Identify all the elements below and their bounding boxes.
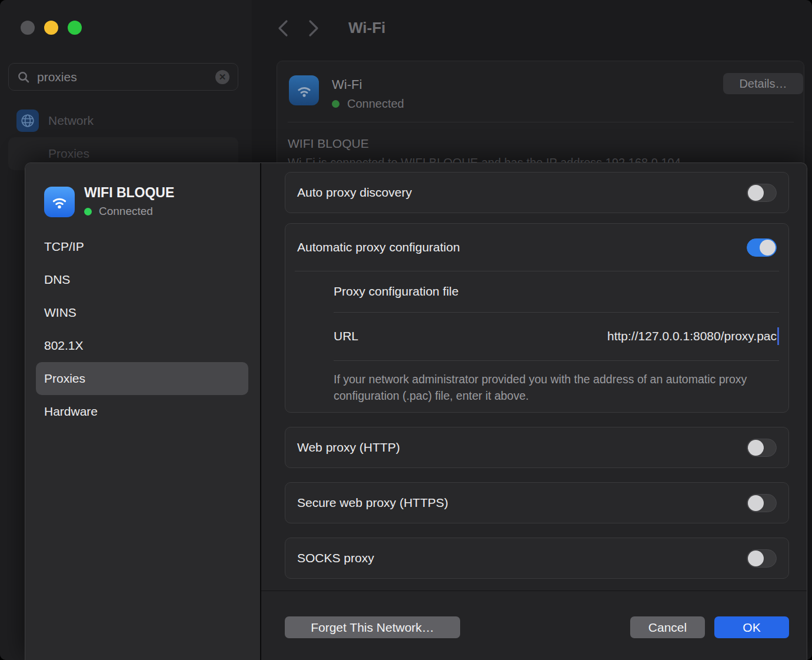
nav-item-wins[interactable]: WINS xyxy=(36,296,248,329)
automatic-proxy-configuration-card: Automatic proxy configuration Proxy conf… xyxy=(285,223,789,413)
divider xyxy=(334,360,779,361)
url-row: URL http://127.0.0.1:8080/proxy.pac xyxy=(334,312,779,360)
network-status: Connected xyxy=(84,205,153,218)
network-details-sheet: WIFI BLOQUE Connected TCP/IP DNS WINS 80… xyxy=(25,162,807,660)
secure-web-proxy-row: Secure web proxy (HTTPS) xyxy=(285,482,789,523)
proxy-configuration-file-label: Proxy configuration file xyxy=(334,271,458,312)
search-input[interactable] xyxy=(37,70,208,84)
sidebar-search-field[interactable]: ✕ xyxy=(8,63,238,91)
connected-dot-icon xyxy=(332,100,340,108)
search-clear-icon[interactable]: ✕ xyxy=(215,70,229,84)
ok-button[interactable]: OK xyxy=(714,616,789,638)
nav-item-proxies[interactable]: Proxies xyxy=(36,362,248,395)
system-settings-window: ✕ Network Proxies xyxy=(0,0,812,660)
window-minimize-button[interactable] xyxy=(44,21,58,35)
window-close-button[interactable] xyxy=(21,21,35,35)
nav-item-8021x[interactable]: 802.1X xyxy=(36,329,248,362)
web-proxy-row: Web proxy (HTTP) xyxy=(285,427,789,468)
text-cursor xyxy=(777,327,779,345)
wifi-icon xyxy=(44,187,75,217)
footer-divider xyxy=(261,591,807,591)
network-globe-icon xyxy=(16,110,39,132)
sheet-sidebar: WIFI BLOQUE Connected TCP/IP DNS WINS 80… xyxy=(25,163,260,660)
socks-proxy-row: SOCKS proxy xyxy=(285,538,789,579)
known-network-title: WIFI BLOQUE xyxy=(288,137,369,151)
page-title: Wi-Fi xyxy=(348,19,385,37)
back-icon[interactable] xyxy=(277,19,289,37)
automatic-proxy-configuration-toggle[interactable] xyxy=(747,238,777,257)
wifi-card-name: Wi-Fi xyxy=(332,77,362,92)
nav-item-hardware[interactable]: Hardware xyxy=(36,395,248,428)
url-label: URL xyxy=(334,329,358,343)
sidebar-item-network[interactable]: Network xyxy=(16,110,94,132)
sheet-nav-list: TCP/IP DNS WINS 802.1X Proxies Hardware xyxy=(36,230,248,428)
settings-header: Wi-Fi xyxy=(277,19,385,37)
details-button[interactable]: Details… xyxy=(723,73,803,94)
web-proxy-toggle[interactable] xyxy=(747,439,777,457)
search-icon xyxy=(17,71,30,84)
url-input[interactable]: http://127.0.0.1:8080/proxy.pac xyxy=(607,327,779,345)
wifi-card-status: Connected xyxy=(332,97,404,111)
sheet-content: Auto proxy discovery Automatic proxy con… xyxy=(261,163,807,660)
wifi-icon xyxy=(289,75,319,105)
connected-dot-icon xyxy=(84,208,92,215)
sidebar-network-label: Network xyxy=(48,114,94,128)
nav-item-tcpip[interactable]: TCP/IP xyxy=(36,230,248,263)
socks-proxy-toggle[interactable] xyxy=(747,549,777,568)
cancel-button[interactable]: Cancel xyxy=(630,616,705,638)
automatic-proxy-configuration-row: Automatic proxy configuration xyxy=(285,224,788,271)
nav-item-dns[interactable]: DNS xyxy=(36,263,248,296)
window-zoom-button[interactable] xyxy=(68,21,82,35)
forget-network-button[interactable]: Forget This Network… xyxy=(285,616,460,638)
proxy-help-text: If your network administrator provided y… xyxy=(334,371,751,404)
secure-web-proxy-toggle[interactable] xyxy=(747,494,777,512)
network-name: WIFI BLOQUE xyxy=(84,185,174,201)
card-divider xyxy=(288,122,794,122)
forward-icon[interactable] xyxy=(307,19,320,37)
auto-proxy-discovery-toggle[interactable] xyxy=(747,184,777,202)
auto-proxy-discovery-row: Auto proxy discovery xyxy=(285,172,789,213)
